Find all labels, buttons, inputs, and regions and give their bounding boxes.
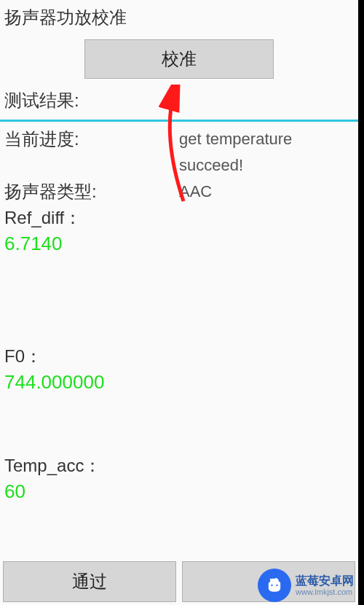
bottom-bar: 通过 (0, 558, 358, 605)
temp-acc-label: Temp_acc： (0, 453, 358, 479)
progress-value: get temperature succeed! (179, 126, 354, 179)
page-title: 扬声器功放校准 (0, 0, 358, 39)
progress-row: 当前进度: get temperature succeed! (0, 126, 358, 179)
result-label: 测试结果: (0, 89, 358, 120)
progress-label: 当前进度: (4, 126, 179, 179)
speaker-type-label: 扬声器类型: (4, 179, 179, 205)
f0-value: 744.000000 (0, 370, 358, 394)
speaker-type-value: AAC (179, 179, 354, 205)
speaker-type-row: 扬声器类型: AAC (0, 179, 358, 205)
divider (0, 120, 358, 122)
pass-button[interactable]: 通过 (3, 561, 176, 602)
ref-diff-label: Ref_diff： (0, 205, 358, 231)
temp-acc-value: 60 (0, 479, 358, 504)
fail-button[interactable] (182, 561, 355, 602)
ref-diff-value: 6.7140 (0, 231, 358, 256)
spacer (0, 256, 358, 343)
spacer (0, 394, 358, 453)
f0-label: F0： (0, 343, 358, 370)
calibrate-button[interactable]: 校准 (84, 39, 274, 79)
